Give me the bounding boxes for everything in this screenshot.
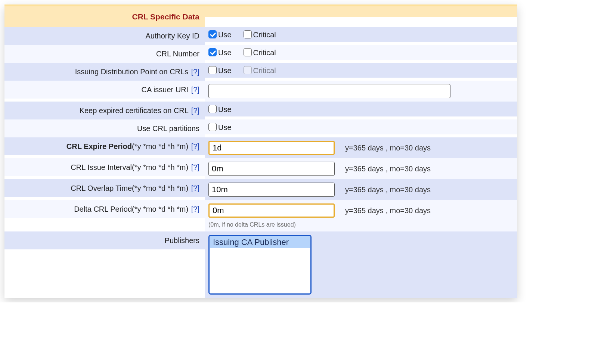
keep-expired-label: Keep expired certificates on CRL	[80, 106, 189, 115]
use-label: Use	[218, 49, 232, 56]
crl-number-critical-checkbox[interactable]	[244, 48, 252, 56]
row-delta-crl-period: Delta CRL Period(*y *mo *d *h *m) [?] y=…	[4, 200, 517, 231]
row-crl-number: CRL Number Use Critical	[4, 45, 517, 63]
row-issuing-distribution-point: Issuing Distribution Point on CRLs [?] U…	[4, 63, 517, 81]
period-units-hint: y=365 days , mo=30 days	[345, 165, 431, 173]
use-label: Use	[218, 123, 232, 131]
help-icon[interactable]: [?]	[190, 68, 199, 76]
crl-issue-interval-input[interactable]	[208, 162, 335, 176]
crl-expire-period-input[interactable]	[208, 141, 335, 155]
ca-issuer-uri-label: CA issuer URI	[142, 85, 189, 94]
crl-specific-data-panel: CRL Specific Data Authority Key ID Use C…	[4, 4, 517, 298]
ca-issuer-uri-input[interactable]	[208, 84, 450, 98]
crl-overlap-time-label: CRL Overlap Time(*y *mo *d *h *m)	[71, 184, 188, 192]
issuing-distribution-point-critical-checkbox	[244, 66, 252, 74]
row-publishers: Publishers Issuing CA Publisher	[4, 231, 517, 298]
delta-crl-period-note: (0m, if no delta CRLs are issued)	[208, 221, 512, 228]
crl-expire-period-label-suffix: (*y *mo *d *h *m)	[132, 142, 188, 150]
row-crl-overlap-time: CRL Overlap Time(*y *mo *d *h *m) [?] y=…	[4, 179, 517, 200]
use-crl-partitions-checkbox[interactable]	[208, 123, 217, 131]
row-crl-issue-interval: CRL Issue Interval(*y *mo *d *h *m) [?] …	[4, 158, 517, 179]
row-keep-expired: Keep expired certificates on CRL [?] Use	[4, 102, 517, 119]
crl-expire-period-label-bold: CRL Expire Period	[66, 142, 132, 150]
section-header-row: CRL Specific Data	[4, 6, 517, 27]
authority-key-id-critical-checkbox[interactable]	[244, 30, 252, 38]
crl-issue-interval-label: CRL Issue Interval(*y *mo *d *h *m)	[71, 163, 188, 171]
period-units-hint: y=365 days , mo=30 days	[345, 206, 431, 215]
delta-crl-period-input[interactable]	[208, 203, 335, 218]
critical-label: Critical	[253, 66, 276, 74]
help-icon[interactable]: [?]	[190, 163, 199, 171]
period-units-hint: y=365 days , mo=30 days	[345, 144, 431, 152]
row-authority-key-id: Authority Key ID Use Critical	[4, 27, 517, 45]
publishers-label: Publishers	[165, 236, 199, 245]
use-label: Use	[218, 105, 232, 113]
help-icon[interactable]: [?]	[190, 85, 199, 94]
publishers-option[interactable]: Issuing CA Publisher	[210, 236, 310, 248]
period-units-hint: y=365 days , mo=30 days	[345, 186, 431, 194]
crl-number-label: CRL Number	[156, 50, 199, 58]
authority-key-id-label: Authority Key ID	[145, 32, 199, 40]
delta-crl-period-label: Delta CRL Period(*y *mo *d *h *m)	[74, 205, 188, 213]
row-ca-issuer-uri: CA issuer URI [?]	[4, 81, 517, 102]
crl-overlap-time-input[interactable]	[208, 183, 335, 197]
use-crl-partitions-label: Use CRL partitions	[137, 124, 199, 133]
crl-number-use-checkbox[interactable]	[208, 48, 217, 56]
issuing-distribution-point-use-checkbox[interactable]	[208, 66, 217, 74]
authority-key-id-use-checkbox[interactable]	[208, 30, 217, 38]
critical-label: Critical	[253, 31, 276, 38]
critical-label: Critical	[253, 49, 276, 56]
help-icon[interactable]: [?]	[190, 106, 199, 115]
section-title: CRL Specific Data	[132, 12, 200, 21]
publishers-listbox[interactable]: Issuing CA Publisher	[208, 235, 312, 295]
row-use-crl-partitions: Use CRL partitions Use	[4, 119, 517, 137]
help-icon[interactable]: [?]	[190, 205, 199, 213]
issuing-distribution-point-label: Issuing Distribution Point on CRLs	[75, 68, 188, 76]
row-crl-expire-period: CRL Expire Period(*y *mo *d *h *m) [?] y…	[4, 137, 517, 158]
help-icon[interactable]: [?]	[190, 142, 199, 150]
use-label: Use	[218, 31, 232, 38]
help-icon[interactable]: [?]	[190, 184, 199, 192]
keep-expired-use-checkbox[interactable]	[208, 105, 217, 113]
use-label: Use	[218, 66, 232, 74]
